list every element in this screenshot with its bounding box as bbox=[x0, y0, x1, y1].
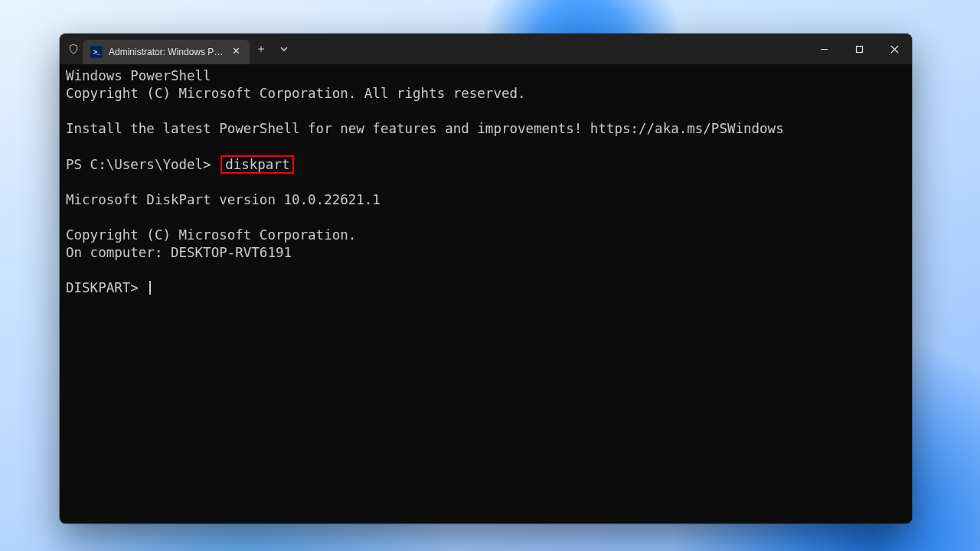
maximize-button[interactable] bbox=[841, 34, 877, 64]
terminal-line: Copyright (C) Microsoft Corporation. All… bbox=[66, 85, 906, 103]
tab-close-button[interactable]: ✕ bbox=[230, 46, 242, 58]
terminal-line: Install the latest PowerShell for new fe… bbox=[66, 120, 906, 138]
terminal-blank-line bbox=[66, 103, 906, 120]
titlebar[interactable]: >_ Administrator: Windows Powe ✕ ＋ bbox=[60, 34, 912, 64]
titlebar-drag-region[interactable] bbox=[296, 34, 806, 64]
terminal-body[interactable]: Windows PowerShellCopyright (C) Microsof… bbox=[60, 64, 912, 523]
new-tab-button[interactable]: ＋ bbox=[250, 34, 273, 64]
terminal-blank-line bbox=[66, 209, 906, 227]
svg-rect-1 bbox=[856, 46, 862, 52]
minimize-button[interactable] bbox=[806, 34, 841, 64]
tab-strip: >_ Administrator: Windows Powe ✕ ＋ bbox=[83, 34, 296, 64]
tab-title: Administrator: Windows Powe bbox=[109, 47, 224, 57]
text-cursor bbox=[149, 281, 151, 295]
tab-powershell[interactable]: >_ Administrator: Windows Powe ✕ bbox=[83, 40, 250, 64]
admin-shield-icon bbox=[67, 43, 80, 55]
diskpart-prompt-line: DISKPART> bbox=[66, 279, 906, 297]
prompt-prefix: PS C:\Users\Yodel> bbox=[66, 157, 219, 172]
window-controls bbox=[806, 34, 912, 64]
highlighted-command: diskpart bbox=[220, 155, 294, 174]
terminal-blank-line bbox=[66, 262, 906, 279]
terminal-line: On computer: DESKTOP-RVT6191 bbox=[66, 244, 906, 262]
terminal-blank-line bbox=[66, 138, 906, 155]
terminal-prompt-line: PS C:\Users\Yodel> diskpart bbox=[66, 155, 906, 174]
tab-dropdown-button[interactable] bbox=[273, 34, 296, 64]
powershell-icon: >_ bbox=[90, 46, 103, 58]
terminal-line: Microsoft DiskPart version 10.0.22621.1 bbox=[66, 191, 906, 209]
terminal-window: >_ Administrator: Windows Powe ✕ ＋ bbox=[60, 34, 912, 523]
titlebar-left bbox=[60, 34, 80, 64]
diskpart-prompt: DISKPART> bbox=[66, 280, 146, 295]
desktop-wallpaper: >_ Administrator: Windows Powe ✕ ＋ bbox=[0, 0, 980, 551]
terminal-line: Copyright (C) Microsoft Corporation. bbox=[66, 227, 906, 244]
terminal-line: Windows PowerShell bbox=[66, 67, 906, 85]
terminal-blank-line bbox=[66, 174, 906, 191]
close-button[interactable] bbox=[877, 34, 912, 64]
